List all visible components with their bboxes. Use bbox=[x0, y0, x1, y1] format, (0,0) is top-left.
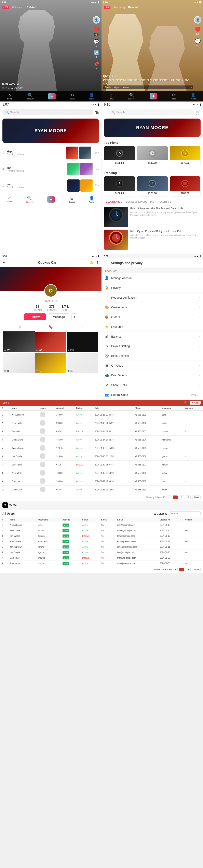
settings-item-privacy[interactable]: 🔒 Privacy › bbox=[102, 283, 203, 293]
video-thumb-1[interactable]: 👁 570 bbox=[3, 332, 35, 352]
page-2-btn[interactable]: 2 bbox=[179, 496, 184, 499]
au-cell-actions[interactable]: View bbox=[61, 533, 81, 539]
heart-button-right[interactable]: ❤️ 175 bbox=[195, 27, 201, 35]
au-cell-manage[interactable]: ⋯ bbox=[183, 561, 203, 566]
video-thumb-2[interactable]: 👁 603 bbox=[35, 332, 66, 352]
au-cell-actions[interactable]: View bbox=[61, 539, 81, 544]
au-view-btn[interactable]: View bbox=[62, 551, 69, 554]
admin-cell-actions[interactable]: ⋯ bbox=[183, 411, 203, 419]
au-cell-manage[interactable]: ⋯ bbox=[183, 544, 203, 550]
more-dots-icon[interactable]: ⋮ bbox=[96, 261, 99, 265]
au-dots-icon[interactable]: ⋯ bbox=[185, 562, 188, 565]
settings-item-balance[interactable]: 💰 Balance › bbox=[102, 332, 203, 341]
video-thumb-5[interactable]: 👁 81 bbox=[35, 352, 66, 373]
settings-item-referral[interactable]: 👥 Referal Code 7vybi › bbox=[102, 390, 203, 400]
settings-item-draft-videos[interactable]: 📹 Draft Videos › bbox=[102, 370, 203, 380]
admin-cell-actions[interactable]: ⋯ bbox=[183, 436, 203, 444]
admin-cell-actions[interactable]: ⋯ bbox=[183, 444, 203, 452]
left-search-bottom-nav[interactable]: ⌂ Home 🔍 Discover ＋ ⊞ Spaces 👤 Profile bbox=[0, 194, 101, 205]
tab-electronics[interactable]: ELECTRONICS bbox=[104, 199, 124, 205]
product-trending-3[interactable]: $200.00 bbox=[170, 176, 201, 196]
settings-item-payout[interactable]: $ Payout Setting › bbox=[102, 341, 203, 351]
tab-health[interactable]: HEALTH & B bbox=[156, 199, 173, 205]
video-thumb-6[interactable]: 👁 41 bbox=[67, 352, 98, 373]
admin-cell-actions[interactable]: ⋯ bbox=[183, 452, 203, 461]
left-nav-related[interactable]: Related bbox=[27, 6, 36, 9]
more-options-button[interactable]: ▾ bbox=[71, 313, 77, 320]
trending-item-lion[interactable]: # lion Trending hashtag 82 › bbox=[2, 161, 99, 178]
au-cell-actions[interactable]: View bbox=[61, 561, 81, 566]
ls-nav-add[interactable]: ＋ bbox=[47, 196, 55, 203]
ls-nav-spaces[interactable]: ⊞ Spaces bbox=[69, 196, 75, 203]
au-cell-manage[interactable]: ⋯ bbox=[183, 528, 203, 533]
settings-item-qrcode[interactable]: ▣ QR Code › bbox=[102, 361, 203, 370]
admin-cell-actions[interactable]: ⋯ bbox=[183, 486, 203, 494]
all-users-filter-icon[interactable]: ⊞ Columns bbox=[154, 512, 167, 515]
settings-item-creator-tools[interactable]: 🎨 Creator tools › bbox=[102, 303, 203, 312]
tab-videos[interactable]: ⊞ bbox=[3, 323, 35, 332]
settings-item-block-list[interactable]: 🚫 Block user list › bbox=[102, 351, 203, 361]
left-bottom-nav[interactable]: ⌂ Home 🔍 Discover ＋ ✉ Inbox 👤 Profile bbox=[0, 91, 102, 101]
au-cell-actions[interactable]: View bbox=[61, 550, 81, 555]
trending-item-test[interactable]: # test Trending hashtag 72 › bbox=[2, 178, 99, 194]
nav-discover-left[interactable]: 🔍 Discover bbox=[27, 93, 34, 100]
ls-nav-profile[interactable]: 👤 Profile bbox=[89, 196, 94, 203]
bell-icon[interactable]: 🔔 bbox=[89, 261, 93, 265]
product-trending-2[interactable]: $175.00 bbox=[137, 176, 168, 196]
page-3-btn[interactable]: 3 bbox=[186, 496, 191, 499]
au-dots-icon[interactable]: ⋯ bbox=[185, 551, 188, 554]
nav-profile-right[interactable]: 👤 Profile bbox=[191, 93, 196, 100]
admin-search-icon[interactable]: 🔍 bbox=[184, 401, 187, 404]
admin-cell-actions[interactable]: ⋯ bbox=[183, 469, 203, 477]
au-dots-icon[interactable]: ⋯ bbox=[185, 556, 188, 559]
profile-back-arrow[interactable]: ← bbox=[2, 260, 6, 265]
au-dots-icon[interactable]: ⋯ bbox=[185, 523, 188, 527]
au-view-btn[interactable]: View bbox=[62, 540, 69, 543]
au-page-2-btn[interactable]: 2 bbox=[186, 568, 191, 571]
au-view-btn[interactable]: View bbox=[62, 534, 69, 537]
more-button-left[interactable]: 📌 6 bbox=[93, 62, 99, 70]
au-prev-btn[interactable]: ‹ bbox=[173, 568, 178, 571]
prev-page-btn[interactable]: ‹ bbox=[167, 496, 171, 499]
message-button[interactable]: Message bbox=[48, 313, 70, 320]
comment-button-right[interactable]: 💬 101 bbox=[195, 38, 201, 47]
comment-button-left[interactable]: 💬 5 bbox=[94, 39, 99, 47]
au-dots-icon[interactable]: ⋯ bbox=[185, 534, 188, 537]
au-view-btn[interactable]: View bbox=[62, 556, 69, 559]
ls-nav-home[interactable]: ⌂ Home bbox=[7, 196, 12, 203]
au-cell-manage[interactable]: ⋯ bbox=[183, 539, 203, 544]
product-card-3[interactable]: $175.00 bbox=[170, 146, 201, 166]
au-cell-manage[interactable]: ⋯ bbox=[183, 533, 203, 539]
settings-item-share-profile[interactable]: ↗ Share Profile › bbox=[102, 380, 203, 390]
au-view-btn[interactable]: View bbox=[62, 529, 69, 532]
nav-add-right[interactable]: ＋ bbox=[150, 93, 157, 99]
product-trending-1[interactable]: $100.00 bbox=[104, 176, 135, 196]
heart-button-left[interactable]: ❤️ 🔥 bbox=[93, 27, 99, 36]
ls-nav-discover[interactable]: 🔍 Discover bbox=[26, 196, 33, 203]
settings-item-verification[interactable]: ✓ Request Verification › bbox=[102, 293, 203, 303]
nav-home-right[interactable]: ⌂ Home bbox=[109, 93, 114, 100]
settings-back-arrow[interactable]: ← bbox=[105, 261, 108, 265]
like-button-left[interactable]: 👤 bbox=[93, 16, 100, 24]
au-cell-actions[interactable]: View bbox=[61, 528, 81, 533]
product-card-2[interactable]: $100.00 bbox=[137, 146, 168, 166]
right-nav-related[interactable]: Related bbox=[128, 6, 138, 9]
tab-saved[interactable]: 🔖 bbox=[35, 323, 66, 332]
left-search-input-box[interactable]: 🔍 Search bbox=[2, 109, 93, 115]
admin-add-button[interactable]: + Add bbox=[190, 401, 201, 405]
video-thumb-4[interactable]: 👁 24 bbox=[3, 352, 35, 373]
au-view-btn[interactable]: View bbox=[62, 524, 69, 527]
tab-business[interactable]: BUSINESS & INDUSTRIAL bbox=[124, 199, 156, 205]
right-nav-following[interactable]: Following bbox=[114, 6, 125, 9]
left-cart-icon[interactable]: 🛍 bbox=[95, 110, 99, 115]
nav-inbox-right[interactable]: ✉ Inbox bbox=[172, 93, 176, 100]
nav-profile-left[interactable]: 👤 Profile bbox=[89, 93, 94, 100]
follow-button[interactable]: Follow bbox=[24, 313, 46, 320]
settings-item-favourite[interactable]: ⭐ Favourite › bbox=[102, 322, 203, 332]
au-cell-actions[interactable]: View bbox=[61, 522, 81, 528]
settings-item-orders[interactable]: 📦 Orders › bbox=[102, 312, 203, 322]
all-users-search-input[interactable] bbox=[169, 512, 201, 516]
admin-cell-actions[interactable]: ⋯ bbox=[183, 477, 203, 486]
au-page-1-btn[interactable]: 1 bbox=[179, 568, 184, 571]
au-cell-actions[interactable]: View bbox=[61, 544, 81, 550]
